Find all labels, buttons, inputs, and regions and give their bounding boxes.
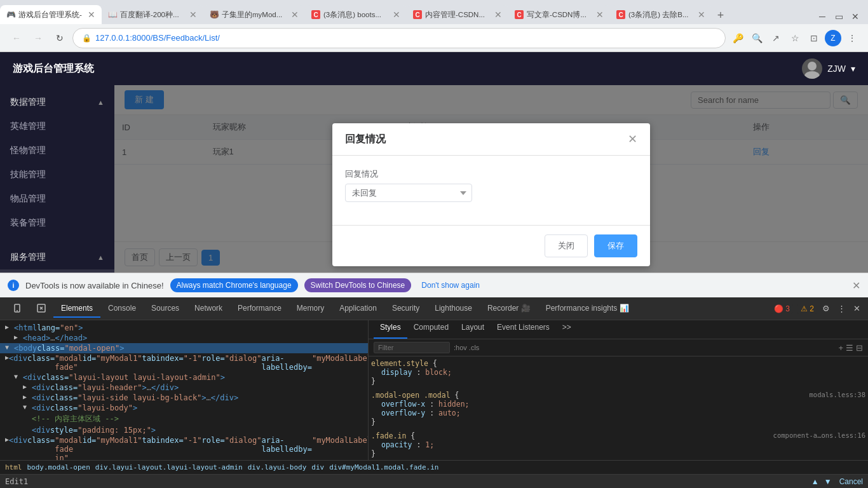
devtools-tab-perf-insights[interactable]: Performance insights 📊 xyxy=(538,300,637,318)
expand-icon[interactable]: ▶ xyxy=(5,323,14,330)
edit-down-button[interactable]: ▼ xyxy=(824,477,832,486)
dom-line-comment[interactable]: <!-- 内容主体区域 --> xyxy=(0,413,368,425)
dom-line-header[interactable]: ▶ <div class= "layui-header" > … </div> xyxy=(0,383,368,393)
tab-close-6[interactable]: ✕ xyxy=(596,10,604,19)
devtools-more-button[interactable]: ⋮ xyxy=(835,302,848,315)
tab-close-2[interactable]: ✕ xyxy=(189,10,197,19)
tab-close-3[interactable]: ✕ xyxy=(291,10,299,19)
tab-4[interactable]: C (3条消息) boots... ✕ xyxy=(305,5,407,24)
body-collapse-icon[interactable]: ▼ xyxy=(5,344,14,351)
new-tab-button[interactable]: + xyxy=(712,6,729,24)
body-div-collapse-icon[interactable]: ▼ xyxy=(23,403,32,410)
tab-6[interactable]: C 写文章-CSDN博... ✕ xyxy=(508,5,610,24)
cancel-edit-button[interactable]: Cancel xyxy=(839,477,863,486)
sidebar-header-data[interactable]: 数据管理 ▲ xyxy=(0,90,114,114)
user-dropdown-icon[interactable]: ▾ xyxy=(851,64,855,74)
modal-close-button[interactable]: ✕ xyxy=(628,132,637,146)
header-expand-icon[interactable]: ▶ xyxy=(23,383,32,390)
switch-chinese-button[interactable]: Switch DevTools to Chinese xyxy=(304,278,412,292)
devtools-tab-mobile[interactable] xyxy=(5,300,29,318)
devtools-tab-console[interactable]: Console xyxy=(100,300,144,318)
computed-tab[interactable]: Computed xyxy=(407,320,455,339)
devtools-tab-application[interactable]: Application xyxy=(332,300,384,318)
filter-input[interactable] xyxy=(374,342,450,353)
sidebar-toggle-icon[interactable]: ⊡ xyxy=(806,30,822,46)
breadcrumb-div[interactable]: div xyxy=(311,463,324,471)
devtools-tab-memory[interactable]: Memory xyxy=(289,300,332,318)
breadcrumb-html[interactable]: html xyxy=(5,463,22,471)
bookmark-icon[interactable]: ☆ xyxy=(787,30,803,46)
dom-line-padding-div[interactable]: <div style= "padding: 15px;" > xyxy=(0,425,368,435)
dont-show-again-button[interactable]: Don't show again xyxy=(417,278,484,292)
breadcrumb-div-layout[interactable]: div.layui-layout.layui-layout-admin xyxy=(95,463,243,471)
devtools-prompt-close-button[interactable]: ✕ xyxy=(852,280,860,292)
devtools-tab-inspect[interactable] xyxy=(29,300,53,318)
devtools-tab-recorder[interactable]: Recorder 🎥 xyxy=(480,300,538,318)
devtools-tab-elements[interactable]: Elements xyxy=(53,300,100,318)
tab-7[interactable]: C (3条消息) 去除B... ✕ xyxy=(610,5,712,24)
minimize-button[interactable]: ─ xyxy=(815,9,830,24)
back-button[interactable]: ← xyxy=(8,29,25,47)
dom-line-modal-fade-in[interactable]: ▶ <div class= "modal fade in" id= "myMod… xyxy=(0,435,368,460)
tab-3[interactable]: 🐻 子集里的myMod... ✕ xyxy=(203,5,305,24)
tab-close-7[interactable]: ✕ xyxy=(698,10,705,19)
devtools-tab-sources[interactable]: Sources xyxy=(144,300,187,318)
devtools-close-button[interactable]: ✕ xyxy=(851,302,863,315)
sidebar-item-hero[interactable]: 英雄管理 xyxy=(0,114,114,139)
sidebar-header-service[interactable]: 服务管理 ▲ xyxy=(0,245,114,269)
dom-line-html[interactable]: ▶ <html lang= "en" > xyxy=(0,323,368,333)
profile-icon[interactable]: Z xyxy=(825,30,841,46)
dom-line-modal1[interactable]: ▶ <div class= "modal fade" id= "myModal1… xyxy=(0,353,368,372)
breadcrumb-div-body[interactable]: div.layui-body xyxy=(248,463,307,471)
dom-line-head[interactable]: ▶ <head> … </head> xyxy=(0,333,368,343)
sidebar-chevron-data: ▲ xyxy=(97,98,104,106)
modal-save-button[interactable]: 保存 xyxy=(594,234,637,257)
layout-tab[interactable]: Layout xyxy=(455,320,491,339)
edit-up-button[interactable]: ▲ xyxy=(811,477,819,486)
more-tabs[interactable]: >> xyxy=(556,320,578,339)
tab-close-1[interactable]: ✕ xyxy=(88,10,95,19)
modal-cancel-button[interactable]: 关闭 xyxy=(545,234,588,257)
dom-line-layui-layout[interactable]: ▼ <div class= "layui-layout layui-layout… xyxy=(0,372,368,383)
zoom-icon[interactable]: 🔍 xyxy=(749,30,765,46)
devtools-tab-network[interactable]: Network xyxy=(187,300,230,318)
close-browser-button[interactable]: ✕ xyxy=(848,9,863,24)
sidebar-item-item[interactable]: 物品管理 xyxy=(0,187,114,211)
event-listeners-tab[interactable]: Event Listeners xyxy=(491,320,556,339)
sidebar-item-equipment[interactable]: 装备管理 xyxy=(0,211,114,235)
more-options-icon[interactable]: ⋮ xyxy=(844,30,860,46)
status-select[interactable]: 未回复已回复 xyxy=(345,184,472,202)
toggle-icon[interactable]: ☰ xyxy=(846,343,853,353)
devtools-tab-security[interactable]: Security xyxy=(384,300,427,318)
sidebar-item-skill[interactable]: 技能管理 xyxy=(0,163,114,187)
dom-line-side[interactable]: ▶ <div class= "layui-side layui-bg-black… xyxy=(0,393,368,403)
head-expand-icon[interactable]: ▶ xyxy=(14,334,23,341)
breadcrumb-modal-fade-in[interactable]: div#myModal1.modal.fade.in xyxy=(329,463,438,471)
tab-5[interactable]: C 内容管理-CSDN... ✕ xyxy=(407,5,508,24)
breadcrumb-body[interactable]: body.modal-open xyxy=(27,463,90,471)
layout-collapse-icon[interactable]: ▼ xyxy=(14,373,23,380)
tab-close-5[interactable]: ✕ xyxy=(494,10,502,19)
devtools-tab-lighthouse[interactable]: Lighthouse xyxy=(427,300,480,318)
tab-2[interactable]: 📖 百度翻译-200种... ✕ xyxy=(102,5,203,24)
tab-favicon-1: 🎮 xyxy=(6,10,15,19)
collapse-icon[interactable]: ⊟ xyxy=(856,343,863,353)
restore-button[interactable]: ▭ xyxy=(831,9,846,24)
side-expand-icon[interactable]: ▶ xyxy=(23,393,32,400)
match-language-button[interactable]: Always match Chrome's language xyxy=(170,278,298,292)
tab-close-4[interactable]: ✕ xyxy=(393,10,400,19)
dom-line-body[interactable]: ▼ <body class= "modal-open" > xyxy=(0,343,368,353)
tab-active[interactable]: 🎮 游戏后台管理系统- ✕ xyxy=(0,5,102,24)
refresh-button[interactable]: ↻ xyxy=(51,29,69,47)
sidebar-item-monster[interactable]: 怪物管理 xyxy=(0,139,114,163)
styles-tab[interactable]: Styles xyxy=(374,320,407,339)
dom-line-body-div[interactable]: ▼ <div class= "layui-body" > xyxy=(0,403,368,413)
plus-icon[interactable]: + xyxy=(838,343,843,353)
devtools-tab-performance[interactable]: Performance xyxy=(230,300,289,318)
key-icon[interactable]: 🔑 xyxy=(729,30,746,46)
forward-button[interactable]: → xyxy=(29,29,47,47)
share-icon[interactable]: ↗ xyxy=(768,30,784,46)
url-bar[interactable]: 🔒 127.0.0.1:8000/BS/Feedback/List/ xyxy=(72,28,726,48)
devtools-settings-button[interactable]: ⚙ xyxy=(820,302,832,315)
sidebar-item-monster-label: 怪物管理 xyxy=(10,145,46,155)
